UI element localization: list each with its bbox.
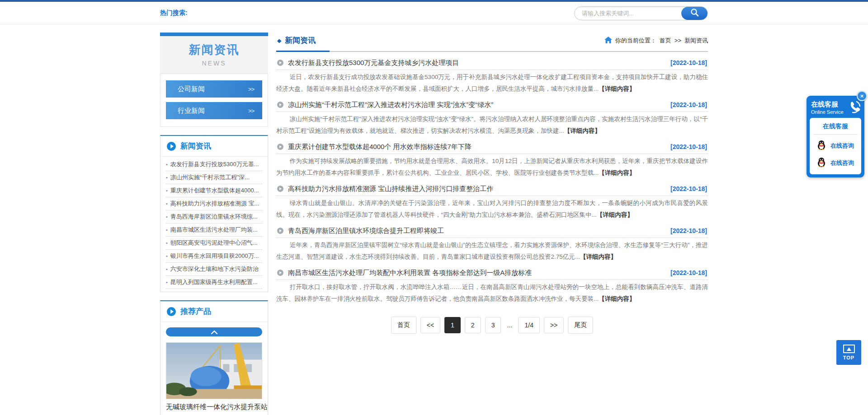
list-item[interactable]: •六安市深化土壤和地下水污染防治 (166, 263, 262, 276)
article-date: [2022-10-18] (670, 269, 707, 276)
sidebar-news-section: 新闻资讯 •农发行新县支行投放5300万元基... •凉山州实施“千村示范工程”… (160, 135, 268, 292)
scroll-up-button[interactable] (166, 327, 262, 336)
news-article: 南昌市城区生活污水处理厂均装配中水利用装置 各项指标全部达到一级A排放标准 [2… (276, 266, 708, 308)
sidebar-title: 新闻资讯 (160, 42, 268, 58)
section-header: 新闻资讯 (160, 136, 268, 157)
arrow-circle-icon (277, 186, 283, 192)
sidebar-menu: 公司新闻 >> 行业新闻 >> (160, 74, 268, 127)
pagination-next[interactable]: >> (544, 317, 564, 333)
detail-link[interactable]: 【详细内容】 (564, 127, 601, 134)
online-service-widget: × 在线客服 Online Service 在线客服 (807, 96, 864, 177)
breadcrumb-home-link[interactable]: 首页 (660, 37, 671, 45)
pagination-page-2[interactable]: 2 (465, 317, 481, 333)
arrow-circle-icon (277, 228, 283, 234)
article-title-link[interactable]: 青岛西海岸新区泊里镇水环境综合提升工程即将竣工 (288, 226, 444, 235)
phone-icon (848, 100, 861, 116)
news-article: 重庆累计创建节水型载体超4000个 用水效率指标连续7年下降 [2022-10-… (276, 140, 708, 182)
article-date: [2022-10-18] (670, 143, 707, 150)
search-input[interactable] (575, 7, 681, 20)
article-date: [2022-10-18] (670, 59, 707, 66)
bullet-icon: • (166, 266, 168, 272)
list-item-label: 朝阳区高安屯污泥处理中心沼气... (170, 239, 258, 246)
list-item-label: 凉山州实施“千村示范工程”深... (170, 174, 250, 181)
arrow-circle-icon (277, 144, 283, 150)
list-item[interactable]: •南昌市城区生活污水处理厂均装... (166, 224, 262, 237)
top-label: TOP (843, 355, 854, 360)
bullet-icon: • (166, 214, 168, 219)
pagination-first[interactable]: 首页 (391, 317, 416, 334)
main-content: ◆ 新闻资讯 你的当前位置： 首页 >> 新闻资讯 农发行新县支行投放5300万… (276, 33, 708, 415)
article-title-link[interactable]: 高科技助力污水排放精准溯源 宝山持续推进入河排污口排查整治工作 (288, 184, 493, 193)
sidebar-header: 新闻资讯 NEWS (160, 36, 268, 74)
breadcrumb-label: 你的当前位置： (615, 37, 656, 45)
article-title-link[interactable]: 重庆累计创建节水型载体超4000个 用水效率指标连续7年下降 (288, 142, 472, 151)
list-item[interactable]: •青岛西海岸新区泊里镇水环境综... (166, 210, 262, 224)
page-title: 新闻资讯 (285, 35, 316, 46)
pagination-page-3[interactable]: 3 (485, 317, 501, 333)
product-caption[interactable]: 无碱玻璃纤维一体化污水提升泵站 (166, 399, 262, 415)
diamond-icon: ◆ (277, 37, 281, 44)
article-title-link[interactable]: 农发行新县支行投放5300万元基金支持城乡污水处理项目 (288, 58, 459, 67)
summary-text: 绿水青山就是金山银山。水清岸净的关键在于污染源治理，近年来，宝山对入河排污口的排… (276, 200, 708, 218)
double-arrow-icon: >> (248, 86, 254, 93)
search-button[interactable] (681, 7, 708, 20)
list-item[interactable]: •高科技助力污水排放精准溯源 宝... (166, 197, 262, 210)
pagination-ellipsis: ... (505, 317, 514, 333)
arrow-circle-icon (277, 60, 283, 66)
bullet-icon: • (166, 162, 168, 167)
detail-link[interactable]: 【详细内容】 (599, 85, 635, 92)
summary-text: 打开取水口，接好取水管，拧开取水阀，水流哗哗注入水箱……近日，在南昌高新区青山湖… (276, 284, 708, 302)
list-item-label: 银川市再生水回用项目获2000万... (170, 252, 259, 259)
pagination-prev[interactable]: << (420, 317, 440, 333)
product-photo[interactable] (166, 342, 262, 399)
summary-text: 作为实施可持续发展战略的重要措施，节约用水就是合理用水、高效用水。10月12日，… (276, 158, 708, 176)
breadcrumb-current: 新闻资讯 (684, 37, 708, 45)
magnifier-icon (690, 8, 699, 18)
article-date: [2022-10-18] (670, 227, 707, 234)
service-body: 在线客服 在线咨询 (810, 118, 861, 174)
summary-text: 凉山州实施“千村示范工程”深入推进农村污水治理实现“浊水”变“绿水”。将污水治理… (276, 116, 708, 134)
chevron-up-icon (211, 328, 218, 336)
sidebar-item-company-news[interactable]: 公司新闻 >> (166, 80, 262, 98)
list-item[interactable]: •农发行新县支行投放5300万元基... (166, 158, 262, 171)
list-item[interactable]: •昆明入列国家级再生水利用配置... (166, 276, 262, 289)
article-summary: 凉山州实施“千村示范工程”深入推进农村污水治理实现“浊水”变“绿水”。将污水治理… (276, 112, 708, 140)
article-title-link[interactable]: 南昌市城区生活污水处理厂均装配中水利用装置 各项指标全部达到一级A排放标准 (288, 268, 532, 277)
news-article: 凉山州实施“千村示范工程”深入推进农村污水治理 实现“浊水”变“绿水” [202… (276, 98, 708, 140)
summary-text: 近日，农发行新县支行成功投放农发基础设施基金5300万元，用于补充新县城乡污水处… (276, 74, 708, 92)
sidebar: 新闻资讯 NEWS 公司新闻 >> 行业新闻 >> 新闻资讯 •农发行新县支行投… (160, 33, 268, 415)
play-circle-icon (167, 142, 176, 151)
list-item[interactable]: •银川市再生水回用项目获2000万... (166, 250, 262, 263)
menu-item-label: 行业新闻 (178, 107, 205, 115)
section-header: 推荐产品 (160, 301, 268, 322)
article-summary: 作为实施可持续发展战略的重要措施，节约用水就是合理用水、高效用水。10月12日，… (276, 154, 708, 182)
detail-link[interactable]: 【详细内容】 (597, 211, 633, 218)
back-to-top-button[interactable]: TOP (836, 340, 861, 365)
article-title-link[interactable]: 凉山州实施“千村示范工程”深入推进农村污水治理 实现“浊水”变“绿水” (288, 100, 493, 109)
pagination-page-1[interactable]: 1 (444, 317, 461, 333)
sidebar-accent-bar (160, 33, 268, 36)
list-item-label: 南昌市城区生活污水处理厂均装... (170, 226, 258, 233)
product-card: 无碱玻璃纤维一体化污水提升泵站 (166, 342, 262, 415)
news-article: 高科技助力污水排放精准溯源 宝山持续推进入河排污口排查整治工作 [2022-10… (276, 182, 708, 224)
service-header: 在线客服 Online Service (810, 99, 861, 118)
sidebar-item-industry-news[interactable]: 行业新闻 >> (166, 102, 262, 119)
pagination-last[interactable]: 尾页 (568, 317, 593, 334)
service-row[interactable]: 在线咨询 (813, 140, 858, 152)
list-item[interactable]: •重庆累计创建节水型载体超4000... (166, 184, 262, 197)
bullet-icon: • (166, 201, 168, 206)
sidebar-subtitle: NEWS (160, 60, 268, 67)
detail-link[interactable]: 【详细内容】 (599, 295, 635, 302)
search-box[interactable] (574, 6, 708, 20)
bullet-icon: • (166, 240, 168, 246)
detail-link[interactable]: 【详细内容】 (599, 169, 635, 176)
detail-link[interactable]: 【详细内容】 (580, 253, 617, 260)
list-item[interactable]: •朝阳区高安屯污泥处理中心沼气... (166, 237, 262, 250)
pagination-ratio[interactable]: 1/4 (518, 317, 539, 333)
service-row[interactable]: 在线咨询 (813, 157, 858, 169)
title-underline (276, 51, 330, 52)
online-consult-link[interactable]: 在线咨询 (830, 159, 854, 167)
list-item[interactable]: •凉山州实施“千村示范工程”深... (166, 171, 262, 184)
bullet-icon: • (166, 227, 168, 233)
online-consult-link[interactable]: 在线咨询 (830, 142, 854, 150)
